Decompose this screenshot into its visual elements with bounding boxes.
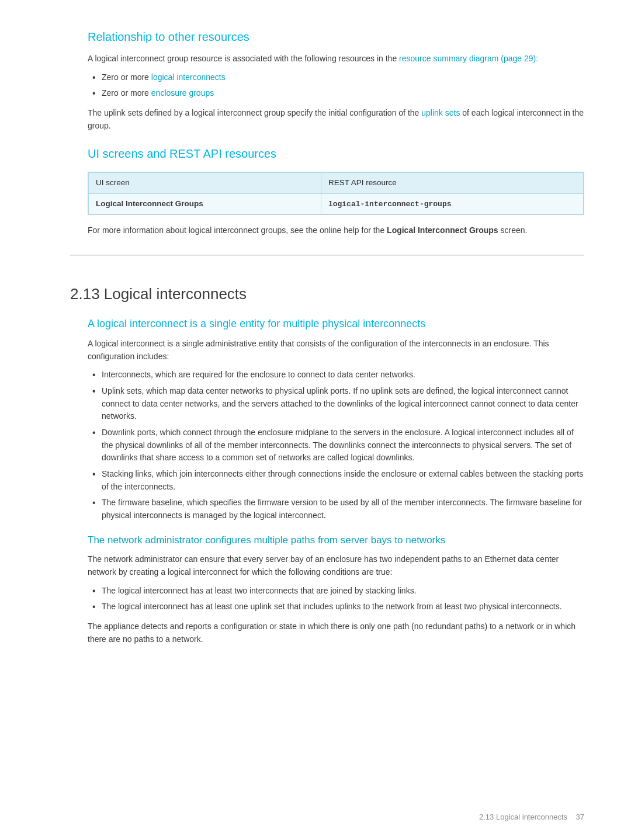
footer-page-number: 37 [576,813,584,821]
resource-summary-link[interactable]: resource summary diagram (page 29): [399,54,538,63]
bullet-firmware-baseline: The firmware baseline, which specifies t… [88,497,584,522]
ui-rest-table-container: UI screen REST API resource Logical Inte… [88,172,584,215]
chapter-number: 2.13 [70,285,104,303]
relationship-intro-text: A logical interconnect group resource is… [88,54,399,63]
configuration-bullets: Interconnects, which are required for th… [88,369,584,522]
chapter-213-section: 2.13 Logical interconnects A logical int… [70,255,584,646]
table-row: Logical Interconnect Groups logical-inte… [89,193,584,214]
ui-rest-footer-paragraph: For more information about logical inter… [88,224,584,237]
bullet-logical-interconnects: Zero or more logical interconnects [88,71,584,84]
bullet-uplink-sets: Uplink sets, which map data center netwo… [88,385,584,423]
uplink-sets-paragraph: The uplink sets defined by a logical int… [88,107,584,132]
bullet-uplink-set-count: The logical interconnect has at least on… [88,601,584,613]
page: Relationship to other resources A logica… [0,0,631,840]
bullet-enclosure-groups: Zero or more enclosure groups [88,87,584,100]
network-admin-intro: The network administrator can ensure tha… [88,553,584,578]
relationship-bullets: Zero or more logical interconnects Zero … [88,71,584,100]
chapter-213-heading: 2.13 Logical interconnects [70,273,584,306]
chapter-213-content: A logical interconnect is a single entit… [70,316,584,646]
network-admin-footer: The appliance detects and reports a conf… [88,620,584,645]
col-header-rest-api: REST API resource [321,173,583,193]
relationship-intro-paragraph: A logical interconnect group resource is… [88,53,584,65]
bullet-stacking-links: Stacking links, which join interconnects… [88,468,584,493]
ui-rest-heading: UI screens and REST API resources [88,145,584,162]
single-entity-intro: A logical interconnect is a single admin… [88,338,584,363]
ui-rest-table: UI screen REST API resource Logical Inte… [88,172,584,214]
page-footer: 2.13 Logical interconnects 37 [479,811,584,823]
footer-section-label: 2.13 Logical interconnects [479,813,567,821]
relationship-section: Relationship to other resources A logica… [70,28,584,237]
cell-rest-resource: logical-interconnect-groups [321,193,583,214]
chapter-title: Logical interconnects [104,285,247,303]
network-admin-bullets: The logical interconnect has at least tw… [88,585,584,613]
bullet-interconnects: Interconnects, which are required for th… [88,369,584,381]
col-header-ui-screen: UI screen [89,173,321,193]
uplink-sets-link[interactable]: uplink sets [421,108,460,117]
single-entity-heading: A logical interconnect is a single entit… [88,316,584,332]
network-admin-heading: The network administrator configures mul… [88,533,584,548]
enclosure-groups-link[interactable]: enclosure groups [151,88,214,98]
bullet-stacking-links-count: The logical interconnect has at least tw… [88,585,584,598]
cell-ui-screen: Logical Interconnect Groups [89,193,321,214]
relationship-heading: Relationship to other resources [88,28,584,46]
bullet-downlink-ports: Downlink ports, which connect through th… [88,426,584,464]
logical-interconnects-link[interactable]: logical interconnects [151,72,226,82]
